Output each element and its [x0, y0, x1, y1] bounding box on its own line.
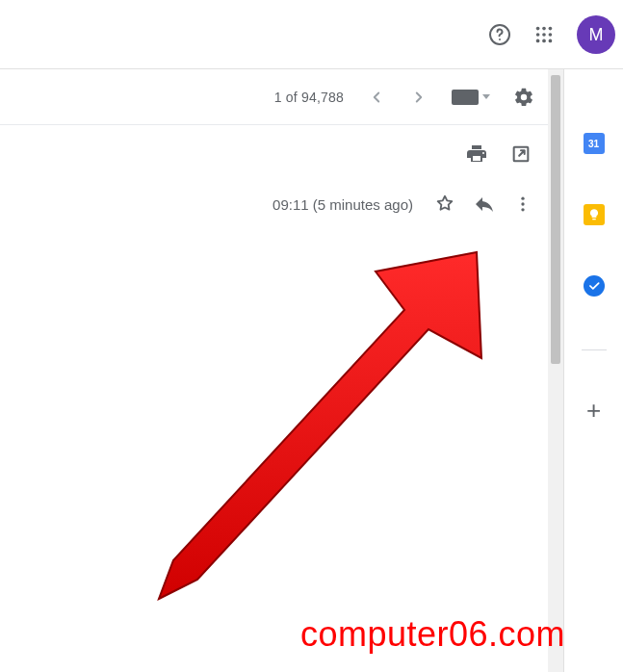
svg-marker-15	[159, 252, 481, 599]
newer-button[interactable]	[367, 88, 386, 107]
svg-point-5	[536, 33, 540, 37]
message-header-row: 09:11 (5 minutes ago)	[0, 166, 563, 216]
star-button[interactable]	[434, 194, 455, 215]
side-panel-divider	[582, 349, 607, 350]
get-addons-button[interactable]: +	[583, 399, 606, 422]
apps-grid-icon[interactable]	[532, 23, 556, 46]
svg-point-12	[521, 197, 524, 200]
keyboard-icon	[452, 90, 479, 105]
svg-point-9	[542, 39, 546, 43]
pagination-toolbar: 1 of 94,788	[0, 69, 563, 125]
svg-point-2	[536, 27, 540, 31]
more-options-button[interactable]	[513, 194, 532, 214]
keep-app-button[interactable]	[583, 203, 606, 226]
reply-button[interactable]	[473, 193, 496, 216]
side-panel: 31 +	[563, 69, 623, 672]
message-top-actions	[0, 125, 563, 166]
calendar-day-label: 31	[588, 139, 599, 149]
dropdown-caret-icon	[482, 94, 490, 99]
svg-point-3	[542, 27, 546, 31]
svg-point-4	[549, 27, 553, 31]
svg-point-8	[536, 39, 540, 43]
open-new-window-button[interactable]	[509, 142, 532, 166]
message-timestamp: 09:11 (5 minutes ago)	[273, 196, 413, 213]
tasks-icon	[584, 275, 605, 297]
tasks-app-button[interactable]	[583, 274, 606, 297]
pager-label: 1 of 94,788	[274, 90, 344, 105]
svg-point-13	[521, 202, 524, 205]
settings-button[interactable]	[513, 87, 534, 108]
help-icon[interactable]	[488, 23, 511, 46]
svg-point-10	[549, 39, 553, 43]
top-header: M	[0, 0, 623, 69]
account-avatar[interactable]: M	[577, 15, 615, 54]
older-button[interactable]	[409, 88, 428, 107]
watermark-text: computer06.com	[300, 614, 565, 655]
svg-point-14	[521, 208, 524, 211]
keep-icon	[584, 204, 605, 225]
svg-point-7	[549, 33, 553, 37]
avatar-initial: M	[589, 25, 604, 45]
print-button[interactable]	[465, 142, 488, 166]
calendar-app-button[interactable]: 31	[583, 132, 606, 155]
input-method-button[interactable]	[452, 90, 490, 105]
scrollbar[interactable]	[548, 69, 563, 672]
svg-point-6	[542, 33, 546, 37]
calendar-icon: 31	[584, 133, 605, 154]
svg-point-1	[499, 39, 501, 40]
